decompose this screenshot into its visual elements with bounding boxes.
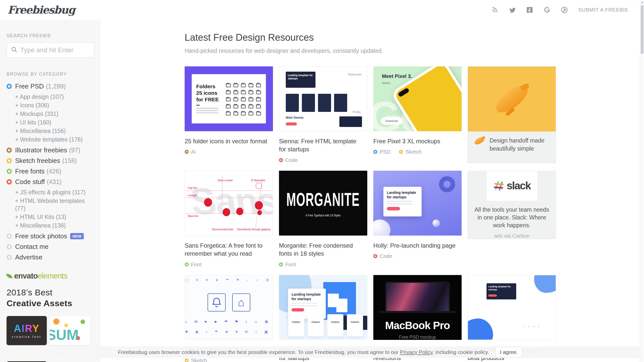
submit-freebie-link[interactable]: SUBMIT A FREEBIE bbox=[578, 7, 628, 13]
card-preview[interactable]: MacBook Pro Free PSD mockup bbox=[373, 275, 462, 340]
card-title[interactable]: Holly: Pre-launch landing page bbox=[373, 242, 456, 250]
ad-text[interactable]: All the tools your team needs in one pla… bbox=[472, 206, 552, 229]
card-preview[interactable]: MORGANITE A Free Typeface with 18 Styles bbox=[279, 171, 367, 236]
summer-icons-thumbnail[interactable]: SUM bbox=[50, 316, 90, 345]
category-tag[interactable]: Sketch bbox=[399, 149, 421, 155]
site-logo[interactable]: Freebiesbug bbox=[8, 4, 75, 16]
card-preview[interactable]: ▢ ✉ ♥ ★ ☂ ⚑ ♪ ☼ ✿ ✚ ◉ ▣ ⌂ ⌂ ✉ ♥ ★ ☂ ⚑ ♪ … bbox=[185, 275, 273, 340]
folder-icon bbox=[256, 105, 261, 108]
pinterest-icon[interactable] bbox=[561, 7, 568, 13]
category-tag[interactable]: Sketch bbox=[185, 357, 207, 362]
category-subitem[interactable]: + Miscellanea (156) bbox=[15, 127, 94, 135]
cookie-consent-bar: Freebiesbug uses browser cookies to give… bbox=[0, 346, 640, 358]
rss-icon[interactable] bbox=[492, 7, 498, 13]
folder-icon bbox=[241, 91, 246, 94]
category-bullet-icon bbox=[7, 179, 12, 185]
category-tag[interactable]: Ai bbox=[185, 149, 196, 155]
category-item[interactable]: Illustrator freebies(97) bbox=[7, 146, 94, 154]
airy-font-thumbnail[interactable]: AIRY creative font bbox=[7, 316, 47, 345]
category-subitem[interactable]: + JS effects & plugins (117) bbox=[15, 189, 94, 196]
category-subitem[interactable]: + HTML Website templates (77) bbox=[15, 197, 94, 212]
card-tags: Code bbox=[279, 157, 367, 163]
category-subitem[interactable]: + Website templates (176) bbox=[15, 136, 94, 143]
cookie-agree-button[interactable]: I agree. bbox=[496, 347, 522, 357]
slack-logo[interactable]: slack bbox=[487, 171, 537, 201]
folder-icon bbox=[241, 98, 246, 101]
category-item[interactable]: Free PSD(1,299) bbox=[7, 82, 94, 90]
dot-pattern: • • • • bbox=[523, 325, 541, 329]
torus-shape bbox=[439, 176, 455, 192]
privacy-policy-link[interactable]: Privacy Policy bbox=[400, 349, 432, 355]
carbon-ad-card[interactable]: slack All the tools your team needs in o… bbox=[468, 171, 556, 239]
card-preview[interactable]: Landing template for startups Testimonia… bbox=[279, 66, 367, 131]
category-tag[interactable]: Font bbox=[185, 261, 202, 267]
facebook-icon[interactable] bbox=[526, 7, 533, 13]
sienna-footer-box bbox=[339, 116, 362, 127]
card-preview[interactable]: Googl Meet Pixel 3. Sketch Download bbox=[373, 66, 462, 131]
category-subitem[interactable]: + Miscellanea (138) bbox=[15, 222, 94, 229]
card-title[interactable]: 25 folder icons in vector format bbox=[185, 137, 268, 145]
holly-panel: Landing template for startups bbox=[383, 187, 422, 216]
card-grid: Folders 25 icons for FREE 25 folder icon… bbox=[185, 66, 556, 362]
category-item[interactable]: Free fonts(426) bbox=[7, 167, 94, 175]
macbook-title: MacBook Pro bbox=[385, 320, 450, 332]
annotation-label: Cap line bbox=[188, 187, 197, 189]
card-tags: PSDSketch bbox=[373, 149, 462, 155]
category-item[interactable]: Sketch freebies(158) bbox=[7, 157, 94, 164]
card-preview[interactable]: Sans Open counter 8° Backslant Cap line … bbox=[185, 171, 273, 236]
card-title[interactable]: Sienna: Free HTML template for startups bbox=[279, 137, 362, 154]
category-bullet-icon bbox=[7, 255, 12, 260]
category-tag[interactable]: PSD bbox=[373, 149, 390, 155]
folder-icon bbox=[249, 105, 253, 108]
category-subitem[interactable]: + UI kits (160) bbox=[15, 119, 94, 126]
category-subitem[interactable]: + HTML UI Kits (13) bbox=[15, 213, 94, 221]
category-tag[interactable]: Font bbox=[279, 261, 296, 267]
scrollbar-thumb[interactable] bbox=[641, 5, 643, 54]
category-item[interactable]: Contact me bbox=[7, 243, 94, 250]
category-label: Code stuff bbox=[15, 178, 45, 186]
card-preview[interactable]: Landing template for startups FeatureFea… bbox=[279, 275, 367, 340]
twitter-icon[interactable] bbox=[509, 7, 516, 13]
category-count: (1,299) bbox=[46, 83, 66, 90]
category-subitem[interactable]: + Icons (306) bbox=[15, 102, 94, 109]
card-title[interactable]: Sans Forgetica: A free font to remember … bbox=[185, 242, 268, 258]
google-icon[interactable] bbox=[544, 7, 550, 13]
category-item[interactable]: Advertise bbox=[7, 253, 94, 261]
card-preview[interactable]: Landing template for startups bbox=[373, 171, 462, 236]
category-item[interactable]: Code stuff(431) bbox=[7, 178, 94, 186]
category-tag[interactable]: Code bbox=[279, 157, 298, 163]
macbook-screen bbox=[385, 282, 450, 311]
scrollbar[interactable]: ▲ bbox=[640, 0, 644, 362]
ads-via-carbon-label[interactable]: ads via Carbon bbox=[494, 233, 530, 239]
red-button bbox=[488, 294, 497, 297]
card-preview[interactable]: Landing template for startups • • • • bbox=[468, 275, 556, 340]
tag-label: PSD bbox=[380, 149, 390, 155]
envato-leaf-icon bbox=[6, 273, 13, 279]
resource-card: Landing template for startups Holly: Pre… bbox=[373, 171, 462, 267]
search-input[interactable] bbox=[20, 46, 90, 54]
category-item[interactable]: Free stock photosNEW bbox=[7, 232, 94, 240]
category-subitem[interactable]: + App design (107) bbox=[15, 93, 94, 101]
agnes-heading: Landing template for startups bbox=[292, 292, 322, 301]
tag-label: Font bbox=[191, 261, 202, 267]
folder-icon bbox=[256, 84, 261, 87]
card-title[interactable]: Free Pixel 3 XL mockups bbox=[373, 137, 456, 145]
card-title[interactable]: Morganite: Free condensed fonts in 18 st… bbox=[279, 242, 362, 258]
category-count: (431) bbox=[47, 178, 61, 186]
zeppelin-icon bbox=[473, 135, 486, 146]
carbon-ad-card[interactable]: Design handoff made beautifully simple bbox=[468, 66, 556, 163]
ad-image[interactable] bbox=[468, 67, 556, 131]
red-button bbox=[387, 207, 400, 210]
category-tag[interactable]: Code bbox=[373, 253, 392, 259]
folder-icon bbox=[249, 112, 253, 115]
card-preview[interactable]: Folders 25 icons for FREE bbox=[185, 66, 273, 131]
sidebar: SEARCH FREEBIE BROWSE BY CATEGORY Free P… bbox=[0, 20, 101, 362]
annotation-label: Base line bbox=[188, 215, 198, 217]
annotation-label: Disconnected bowl bbox=[212, 228, 233, 231]
annotation-ring bbox=[256, 183, 262, 189]
scrollbar-up-arrow-icon[interactable]: ▲ bbox=[640, 0, 644, 4]
search-box[interactable] bbox=[7, 42, 94, 58]
ad-text[interactable]: Design handoff made beautifully simple bbox=[490, 137, 550, 153]
annotation-label: Open counter bbox=[218, 179, 233, 182]
category-subitem[interactable]: + Mockups (331) bbox=[15, 110, 94, 118]
